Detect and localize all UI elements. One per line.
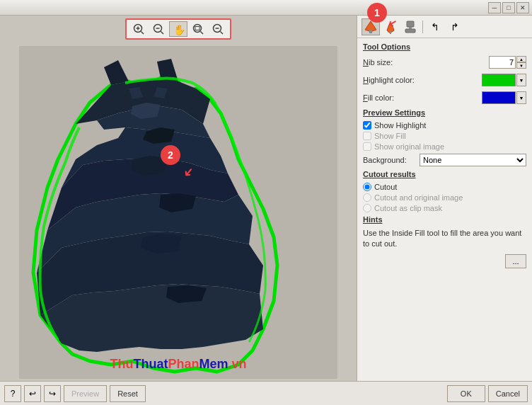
cutout-results-section: Cutout results Cutout Cutout and origina…: [363, 170, 526, 212]
cat-image-container: 2 ➜: [19, 46, 337, 379]
nib-size-label-text: ib size:: [369, 58, 393, 67]
preview-settings-section: Preview Settings Show Highlight Show Fil…: [363, 108, 526, 151]
highlight-color-control: ▼: [482, 74, 526, 86]
ok-button[interactable]: OK: [447, 385, 485, 402]
zoom-out-button[interactable]: [149, 21, 168, 37]
nib-size-input[interactable]: 7: [489, 56, 516, 69]
panel-undo-button[interactable]: ↰: [426, 18, 444, 35]
highlight-color-row: Highlight color: ▼: [363, 73, 526, 87]
cutout-as-clip-row: Cutout as clip mask: [363, 204, 526, 212]
right-panel: 1 ➜: [357, 16, 532, 381]
toolbar-separator: [422, 21, 423, 33]
cat-display: 2 ➜: [0, 44, 357, 381]
highlight-color-swatch[interactable]: [482, 74, 516, 86]
cutout-and-original-row: Cutout and original image: [363, 193, 526, 202]
svg-marker-32: [365, 21, 376, 31]
bottom-bar: ? ↩ ↪ Preview Reset OK Cancel: [0, 381, 532, 405]
highlight-color-dropdown[interactable]: ▼: [516, 74, 526, 86]
watermark-thuat: Thuat: [133, 357, 168, 371]
panel-toolbar: 1 ➜: [357, 16, 532, 38]
svg-rect-37: [409, 27, 412, 29]
canvas-area: 3 ✋: [0, 16, 357, 381]
watermark-phan: Phan: [168, 357, 199, 371]
background-label: Background:: [363, 156, 420, 164]
show-fill-checkbox[interactable]: [363, 132, 371, 140]
hints-text: Use the Inside Fill tool to fill the are…: [363, 228, 526, 250]
show-original-row: Show original image: [363, 142, 526, 151]
panel-redo-button[interactable]: ↱: [446, 18, 464, 35]
nib-size-up[interactable]: ▲: [516, 56, 526, 62]
svg-rect-36: [405, 29, 415, 33]
stamp-tool-button[interactable]: [401, 18, 420, 35]
cutout-as-clip-radio[interactable]: [363, 204, 371, 212]
background-select[interactable]: None White Black Checker: [420, 154, 526, 166]
cancel-button[interactable]: Cancel: [488, 385, 528, 402]
background-row: Background: None White Black Checker: [363, 154, 526, 166]
fill-color-control: ▼: [482, 91, 526, 104]
show-fill-row: Show Fill: [363, 132, 526, 140]
fill-color-dropdown[interactable]: ▼: [516, 91, 526, 104]
annotation-2: 2: [161, 145, 180, 165]
nib-size-spinner: ▲ ▼: [516, 56, 526, 69]
pan-button[interactable]: ✋: [169, 21, 187, 37]
hints-title: Hints: [363, 215, 526, 224]
hints-button[interactable]: ...: [505, 254, 526, 268]
show-highlight-checkbox[interactable]: [363, 121, 371, 130]
svg-rect-35: [407, 21, 414, 27]
zoom-out2-button[interactable]: [209, 21, 227, 37]
show-original-checkbox[interactable]: [363, 142, 371, 151]
hints-section: Hints Use the Inside Fill tool to fill t…: [363, 215, 526, 250]
cutout-radio-row: Cutout: [363, 183, 526, 191]
nib-size-control: 7 ▲ ▼: [489, 56, 526, 69]
highlight-color-label: Highlight color:: [363, 76, 482, 84]
maximize-button[interactable]: □: [502, 2, 515, 13]
watermark-mem: Mem: [199, 357, 228, 371]
main-layout: 3 ✋: [0, 16, 532, 381]
close-button[interactable]: ✕: [516, 2, 529, 13]
tool-options-title: Tool Options: [363, 42, 526, 51]
fill-color-label-text: ill color:: [368, 93, 394, 102]
annotation-1: 1: [367, 3, 387, 23]
fill-color-swatch[interactable]: [482, 91, 516, 104]
preview-button[interactable]: Preview: [64, 385, 107, 402]
cutout-radio[interactable]: [363, 183, 371, 191]
tool-options-panel: Tool Options Nib size: 7 ▲ ▼ Highlight c…: [357, 38, 532, 381]
svg-line-9: [201, 32, 204, 35]
cutout-and-original-radio[interactable]: [363, 193, 371, 202]
show-fill-label: Show Fill: [374, 132, 406, 140]
redo-button[interactable]: ↪: [44, 385, 61, 402]
svg-rect-33: [369, 30, 372, 33]
nib-size-label: Nib size:: [363, 58, 489, 67]
reset-button[interactable]: Reset: [110, 385, 146, 402]
nib-size-row: Nib size: 7 ▲ ▼: [363, 55, 526, 69]
svg-text:✋: ✋: [173, 24, 185, 35]
show-highlight-row: Show Highlight: [363, 121, 526, 130]
watermark: ThuThuatPhanMem.vn: [110, 357, 246, 372]
canvas-toolbar: 3 ✋: [125, 18, 231, 40]
cutout-label: Cutout: [374, 183, 397, 191]
svg-rect-10: [195, 27, 200, 30]
watermark-vn: .vn: [229, 357, 247, 371]
fill-color-label: Fill color:: [363, 93, 482, 102]
svg-rect-34: [390, 31, 391, 34]
zoom-fit-button[interactable]: [189, 21, 207, 37]
svg-line-3: [141, 32, 144, 35]
nib-size-down[interactable]: ▼: [516, 62, 526, 69]
svg-point-8: [194, 25, 202, 33]
help-button[interactable]: ?: [4, 385, 21, 402]
preview-settings-title: Preview Settings: [363, 108, 526, 117]
title-bar: ─ □ ✕: [0, 0, 532, 16]
cutout-and-original-label: Cutout and original image: [374, 193, 463, 202]
fill-color-row: Fill color: ▼: [363, 91, 526, 105]
undo-button[interactable]: ↩: [24, 385, 41, 402]
minimize-button[interactable]: ─: [488, 2, 501, 13]
cat-svg: [19, 46, 337, 379]
cutout-results-title: Cutout results: [363, 170, 526, 178]
zoom-in-button[interactable]: [129, 21, 148, 37]
svg-line-12: [221, 32, 224, 35]
show-highlight-label: Show Highlight: [374, 121, 426, 130]
svg-line-6: [161, 32, 164, 35]
show-original-label: Show original image: [374, 142, 444, 151]
cutout-as-clip-label: Cutout as clip mask: [374, 204, 442, 212]
watermark-thu: Thu: [110, 357, 133, 371]
